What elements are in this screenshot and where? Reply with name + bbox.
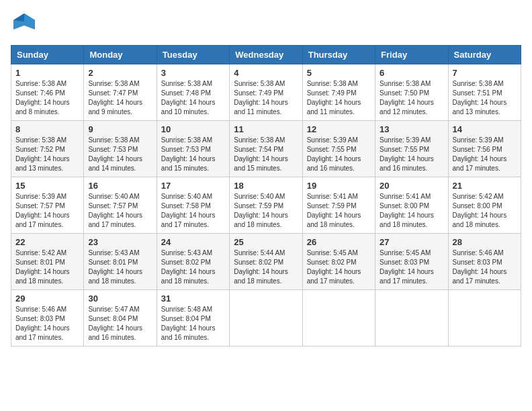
day-number: 16	[88, 181, 152, 191]
day-number: 18	[234, 181, 298, 191]
day-info: Sunrise: 5:48 AMSunset: 8:04 PMDaylight:…	[161, 306, 216, 341]
day-info: Sunrise: 5:40 AMSunset: 7:59 PMDaylight:…	[234, 193, 288, 228]
day-header-tuesday: Tuesday	[157, 46, 229, 64]
day-info: Sunrise: 5:38 AMSunset: 7:46 PMDaylight:…	[15, 80, 70, 116]
day-header-monday: Monday	[84, 46, 157, 64]
day-number: 10	[161, 124, 225, 134]
day-cell-25: 25 Sunrise: 5:44 AMSunset: 8:02 PMDaylig…	[230, 234, 302, 290]
day-header-sunday: Sunday	[11, 46, 84, 64]
day-cell-9: 9 Sunrise: 5:38 AMSunset: 7:53 PMDayligh…	[84, 121, 157, 177]
day-cell-2: 2 Sunrise: 5:38 AMSunset: 7:47 PMDayligh…	[84, 64, 157, 121]
day-number: 17	[161, 181, 225, 191]
day-cell-31: 31 Sunrise: 5:48 AMSunset: 8:04 PMDaylig…	[157, 290, 229, 347]
day-info: Sunrise: 5:39 AMSunset: 7:55 PMDaylight:…	[380, 136, 434, 172]
day-number: 20	[380, 181, 443, 191]
day-header-wednesday: Wednesday	[230, 46, 302, 64]
day-header-thursday: Thursday	[302, 46, 375, 64]
day-info: Sunrise: 5:42 AMSunset: 8:00 PMDaylight:…	[453, 193, 507, 228]
day-cell-7: 7 Sunrise: 5:38 AMSunset: 7:51 PMDayligh…	[448, 64, 521, 121]
day-info: Sunrise: 5:46 AMSunset: 8:03 PMDaylight:…	[15, 306, 70, 341]
day-info: Sunrise: 5:39 AMSunset: 7:56 PMDaylight:…	[453, 136, 507, 172]
day-info: Sunrise: 5:42 AMSunset: 8:01 PMDaylight:…	[15, 249, 70, 285]
svg-marker-1	[24, 13, 35, 21]
day-number: 28	[453, 237, 517, 247]
day-number: 23	[88, 237, 152, 247]
day-info: Sunrise: 5:38 AMSunset: 7:49 PMDaylight:…	[307, 80, 361, 116]
day-cell-8: 8 Sunrise: 5:38 AMSunset: 7:52 PMDayligh…	[11, 121, 84, 177]
day-cell-14: 14 Sunrise: 5:39 AMSunset: 7:56 PMDaylig…	[448, 121, 521, 177]
day-cell-10: 10 Sunrise: 5:38 AMSunset: 7:53 PMDaylig…	[157, 121, 229, 177]
day-cell-4: 4 Sunrise: 5:38 AMSunset: 7:49 PMDayligh…	[230, 64, 302, 121]
day-info: Sunrise: 5:38 AMSunset: 7:47 PMDaylight:…	[88, 80, 142, 116]
day-info: Sunrise: 5:41 AMSunset: 7:59 PMDaylight:…	[307, 193, 361, 228]
logo	[11, 11, 39, 40]
day-cell-29: 29 Sunrise: 5:46 AMSunset: 8:03 PMDaylig…	[11, 290, 84, 347]
day-number: 22	[15, 237, 79, 247]
day-cell-5: 5 Sunrise: 5:38 AMSunset: 7:49 PMDayligh…	[302, 64, 375, 121]
day-cell-16: 16 Sunrise: 5:40 AMSunset: 7:57 PMDaylig…	[84, 177, 157, 234]
day-info: Sunrise: 5:46 AMSunset: 8:03 PMDaylight:…	[453, 249, 507, 285]
day-info: Sunrise: 5:38 AMSunset: 7:53 PMDaylight:…	[161, 136, 216, 172]
day-cell-13: 13 Sunrise: 5:39 AMSunset: 7:55 PMDaylig…	[375, 121, 448, 177]
day-number: 27	[380, 237, 443, 247]
day-info: Sunrise: 5:47 AMSunset: 8:04 PMDaylight:…	[88, 306, 142, 341]
day-number: 4	[234, 68, 298, 78]
day-info: Sunrise: 5:38 AMSunset: 7:54 PMDaylight:…	[234, 136, 288, 172]
day-number: 6	[380, 68, 443, 78]
day-info: Sunrise: 5:39 AMSunset: 7:57 PMDaylight:…	[15, 193, 70, 228]
day-cell-20: 20 Sunrise: 5:41 AMSunset: 8:00 PMDaylig…	[375, 177, 448, 234]
day-info: Sunrise: 5:38 AMSunset: 7:52 PMDaylight:…	[15, 136, 70, 172]
day-info: Sunrise: 5:41 AMSunset: 8:00 PMDaylight:…	[380, 193, 434, 228]
day-cell-15: 15 Sunrise: 5:39 AMSunset: 7:57 PMDaylig…	[11, 177, 84, 234]
day-cell-12: 12 Sunrise: 5:39 AMSunset: 7:55 PMDaylig…	[302, 121, 375, 177]
day-cell-28: 28 Sunrise: 5:46 AMSunset: 8:03 PMDaylig…	[448, 234, 521, 290]
day-number: 29	[15, 293, 79, 304]
day-info: Sunrise: 5:38 AMSunset: 7:48 PMDaylight:…	[161, 80, 216, 116]
day-cell-27: 27 Sunrise: 5:45 AMSunset: 8:03 PMDaylig…	[375, 234, 448, 290]
day-number: 3	[161, 68, 225, 78]
day-cell-19: 19 Sunrise: 5:41 AMSunset: 7:59 PMDaylig…	[302, 177, 375, 234]
day-cell-3: 3 Sunrise: 5:38 AMSunset: 7:48 PMDayligh…	[157, 64, 229, 121]
page-header	[11, 11, 521, 40]
empty-cell	[448, 290, 521, 347]
day-cell-6: 6 Sunrise: 5:38 AMSunset: 7:50 PMDayligh…	[375, 64, 448, 121]
day-cell-30: 30 Sunrise: 5:47 AMSunset: 8:04 PMDaylig…	[84, 290, 157, 347]
day-cell-23: 23 Sunrise: 5:43 AMSunset: 8:01 PMDaylig…	[84, 234, 157, 290]
day-number: 1	[15, 68, 79, 78]
day-cell-11: 11 Sunrise: 5:38 AMSunset: 7:54 PMDaylig…	[230, 121, 302, 177]
day-info: Sunrise: 5:40 AMSunset: 7:58 PMDaylight:…	[161, 193, 216, 228]
day-cell-1: 1 Sunrise: 5:38 AMSunset: 7:46 PMDayligh…	[11, 64, 84, 121]
day-header-friday: Friday	[375, 46, 448, 64]
day-cell-26: 26 Sunrise: 5:45 AMSunset: 8:02 PMDaylig…	[302, 234, 375, 290]
day-info: Sunrise: 5:45 AMSunset: 8:03 PMDaylight:…	[380, 249, 434, 285]
day-number: 13	[380, 124, 443, 134]
day-number: 25	[234, 237, 298, 247]
day-cell-17: 17 Sunrise: 5:40 AMSunset: 7:58 PMDaylig…	[157, 177, 229, 234]
day-number: 2	[88, 68, 152, 78]
day-number: 12	[307, 124, 371, 134]
day-info: Sunrise: 5:43 AMSunset: 8:02 PMDaylight:…	[161, 249, 216, 285]
day-info: Sunrise: 5:43 AMSunset: 8:01 PMDaylight:…	[88, 249, 142, 285]
empty-cell	[230, 290, 302, 347]
svg-marker-2	[13, 13, 24, 21]
day-number: 31	[161, 293, 225, 304]
day-number: 5	[307, 68, 371, 78]
day-info: Sunrise: 5:38 AMSunset: 7:50 PMDaylight:…	[380, 80, 434, 116]
day-number: 19	[307, 181, 371, 191]
day-number: 8	[15, 124, 79, 134]
logo-icon	[11, 11, 36, 40]
day-number: 7	[453, 68, 517, 78]
day-number: 21	[453, 181, 517, 191]
day-cell-18: 18 Sunrise: 5:40 AMSunset: 7:59 PMDaylig…	[230, 177, 302, 234]
empty-cell	[375, 290, 448, 347]
day-number: 14	[453, 124, 517, 134]
day-cell-24: 24 Sunrise: 5:43 AMSunset: 8:02 PMDaylig…	[157, 234, 229, 290]
day-number: 11	[234, 124, 298, 134]
day-number: 24	[161, 237, 225, 247]
day-info: Sunrise: 5:38 AMSunset: 7:53 PMDaylight:…	[88, 136, 142, 172]
day-number: 26	[307, 237, 371, 247]
day-info: Sunrise: 5:45 AMSunset: 8:02 PMDaylight:…	[307, 249, 361, 285]
day-cell-21: 21 Sunrise: 5:42 AMSunset: 8:00 PMDaylig…	[448, 177, 521, 234]
day-info: Sunrise: 5:38 AMSunset: 7:49 PMDaylight:…	[234, 80, 288, 116]
day-number: 15	[15, 181, 79, 191]
